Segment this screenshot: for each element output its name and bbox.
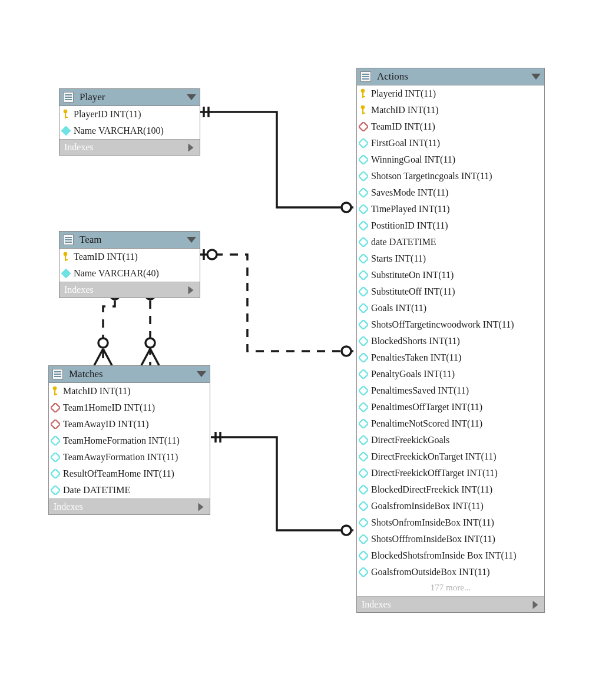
- column-row[interactable]: TeamAwayID INT(11): [49, 416, 210, 432]
- key-icon: [358, 105, 369, 115]
- diamond-icon: [358, 567, 369, 577]
- column-label: TeamAwayID INT(11): [63, 417, 149, 431]
- column-row[interactable]: WinningGoal INT(11): [357, 151, 544, 168]
- column-row[interactable]: Starts INT(11): [357, 250, 544, 267]
- column-row[interactable]: PenaltyGoals INT(11): [357, 366, 544, 382]
- column-row[interactable]: GoalsfromOutsideBox INT(11): [357, 564, 544, 580]
- column-row[interactable]: TeamHomeFormation INT(11): [49, 432, 210, 449]
- indexes-section[interactable]: Indexes: [357, 596, 544, 612]
- column-row[interactable]: Name VARCHAR(40): [59, 265, 200, 282]
- chevron-down-icon[interactable]: [531, 74, 541, 80]
- column-row[interactable]: MatchID INT(11): [49, 383, 210, 399]
- table-matches[interactable]: MatchesMatchID INT(11)Team1HomeID INT(11…: [48, 365, 210, 515]
- table-title: Actions: [375, 71, 408, 82]
- column-label: DirectFreekickOnTarget INT(11): [371, 450, 497, 464]
- indexes-label: Indexes: [54, 501, 83, 512]
- column-label: BlockedShotsfromInside Box INT(11): [371, 549, 516, 563]
- column-row[interactable]: FirstGoal INT(11): [357, 135, 544, 151]
- chevron-right-icon[interactable]: [198, 503, 204, 511]
- column-label: Name VARCHAR(40): [74, 266, 159, 280]
- column-row[interactable]: Goals INT(11): [357, 300, 544, 316]
- table-player[interactable]: PlayerPlayerID INT(11)Name VARCHAR(100)I…: [59, 88, 200, 156]
- table-icon: [63, 235, 74, 245]
- column-row[interactable]: ResultOfTeamHome INT(11): [49, 465, 210, 482]
- chevron-down-icon[interactable]: [197, 371, 206, 377]
- column-row[interactable]: BlockedDirectFreekick INT(11): [357, 481, 544, 498]
- column-label: ShotsOnfromInsideBox INT(11): [371, 516, 494, 530]
- column-label: date DATETIME: [371, 235, 436, 249]
- column-label: TeamHomeFormation INT(11): [63, 434, 180, 448]
- column-row[interactable]: TeamAwayFormation INT(11): [49, 449, 210, 465]
- diamond-icon: [358, 237, 369, 247]
- diamond-icon: [358, 534, 369, 544]
- svg-point-11: [342, 346, 351, 356]
- diamond-icon: [358, 204, 369, 214]
- column-row[interactable]: Team1HomeID INT(11): [49, 399, 210, 416]
- column-row[interactable]: TimePlayed INT(11): [357, 201, 544, 217]
- diamond-icon: [50, 468, 61, 479]
- chevron-right-icon[interactable]: [533, 600, 538, 609]
- column-label: DirectFreekickGoals: [371, 433, 449, 447]
- column-row[interactable]: MatchID INT(11): [357, 102, 544, 118]
- column-label: ShotsOffTargetincwoodwork INT(11): [371, 318, 514, 332]
- diamond-icon: [358, 435, 369, 445]
- column-label: PlayerID INT(11): [74, 107, 141, 121]
- diamond-icon: [358, 402, 369, 412]
- column-row[interactable]: date DATETIME: [357, 234, 544, 250]
- column-row[interactable]: GoalsfromInsideBox INT(11): [357, 498, 544, 514]
- indexes-section[interactable]: Indexes: [59, 282, 200, 298]
- column-row[interactable]: SavesMode INT(11): [357, 184, 544, 201]
- column-row[interactable]: TeamID INT(11): [59, 249, 200, 265]
- column-row[interactable]: ShotsOnfromInsideBox INT(11): [357, 514, 544, 531]
- column-row[interactable]: PostitionID INT(11): [357, 217, 544, 234]
- diamond-icon: [358, 303, 369, 313]
- table-header[interactable]: Actions: [357, 68, 544, 85]
- diamond-icon: [358, 121, 369, 132]
- column-row[interactable]: Playerid INT(11): [357, 85, 544, 102]
- column-row[interactable]: TeamID INT(11): [357, 118, 544, 135]
- column-row[interactable]: DirectFreekickOffTarget INT(11): [357, 465, 544, 481]
- column-row[interactable]: SubstituteOff INT(11): [357, 283, 544, 300]
- column-row[interactable]: PenaltimeNotScored INT(11): [357, 415, 544, 432]
- indexes-section[interactable]: Indexes: [49, 498, 210, 514]
- indexes-section[interactable]: Indexes: [59, 139, 200, 155]
- diamond-icon: [358, 385, 369, 396]
- column-row[interactable]: DirectFreekickOnTarget INT(11): [357, 448, 544, 465]
- diamond-icon: [358, 550, 369, 561]
- table-header[interactable]: Matches: [49, 366, 210, 383]
- column-row[interactable]: ShotsOffTargetincwoodwork INT(11): [357, 316, 544, 333]
- diamond-icon: [358, 220, 369, 231]
- column-row[interactable]: PlayerID INT(11): [59, 106, 200, 123]
- column-row[interactable]: PenaltimesOffTarget INT(11): [357, 399, 544, 415]
- indexes-label: Indexes: [64, 142, 94, 153]
- column-row[interactable]: Name VARCHAR(100): [59, 123, 200, 139]
- column-row[interactable]: SubstituteOn INT(11): [357, 267, 544, 283]
- column-row[interactable]: Date DATETIME: [49, 482, 210, 498]
- chevron-down-icon[interactable]: [187, 237, 196, 243]
- column-label: PenaltiesTaken INT(11): [371, 351, 461, 365]
- svg-point-9: [207, 250, 217, 259]
- chevron-right-icon[interactable]: [188, 143, 194, 151]
- column-row[interactable]: PenaltiesTaken INT(11): [357, 349, 544, 366]
- diamond-icon: [358, 517, 369, 528]
- column-row[interactable]: PenaltimesSaved INT(11): [357, 382, 544, 399]
- table-header[interactable]: Player: [59, 89, 200, 106]
- column-label: Name VARCHAR(100): [74, 124, 164, 138]
- chevron-right-icon[interactable]: [188, 286, 194, 294]
- table-header[interactable]: Team: [59, 232, 200, 249]
- table-actions[interactable]: ActionsPlayerid INT(11)MatchID INT(11)Te…: [356, 68, 545, 613]
- diamond-icon: [358, 501, 369, 511]
- diamond-icon: [358, 154, 369, 165]
- column-row[interactable]: BlockedShorts INT(11): [357, 333, 544, 349]
- column-row[interactable]: ShotsOfffromInsideBox INT(11): [357, 531, 544, 547]
- column-label: SubstituteOff INT(11): [371, 285, 455, 299]
- table-team[interactable]: TeamTeamID INT(11)Name VARCHAR(40)Indexe…: [59, 231, 200, 298]
- column-label: ResultOfTeamHome INT(11): [63, 467, 174, 481]
- column-label: TeamID INT(11): [74, 250, 138, 264]
- column-label: Team1HomeID INT(11): [63, 401, 155, 415]
- column-row[interactable]: Shotson Targetincgoals INT(11): [357, 168, 544, 184]
- chevron-down-icon[interactable]: [187, 94, 196, 100]
- diamond-icon: [50, 435, 61, 446]
- column-row[interactable]: BlockedShotsfromInside Box INT(11): [357, 547, 544, 564]
- column-row[interactable]: DirectFreekickGoals: [357, 432, 544, 448]
